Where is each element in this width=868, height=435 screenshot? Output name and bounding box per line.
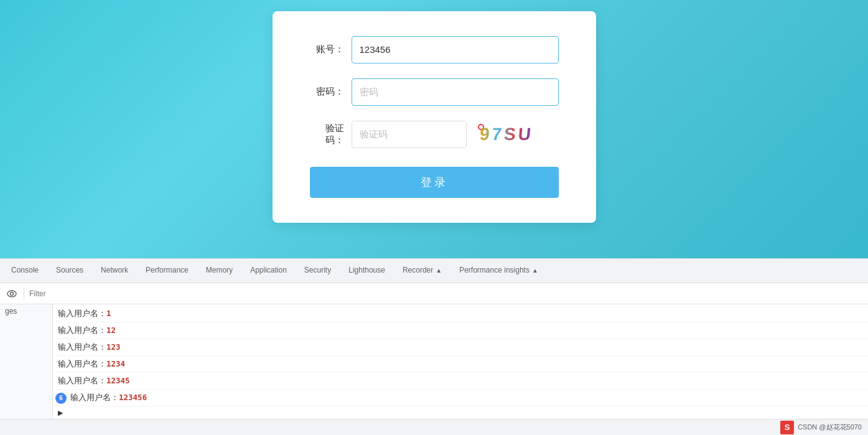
tab-sources[interactable]: Sources bbox=[47, 259, 92, 283]
performance-insights-icon: ▲ bbox=[532, 267, 538, 274]
console-line-6: 6 输入用户名：123456 bbox=[53, 390, 868, 406]
console-line-5: 输入用户名：12345 bbox=[53, 373, 868, 390]
password-input[interactable] bbox=[352, 78, 559, 106]
tab-memory[interactable]: Memory bbox=[197, 259, 241, 283]
line-number-3: 123 bbox=[106, 342, 121, 352]
line-number-1: 1 bbox=[106, 309, 111, 318]
line-6-icon: 6 bbox=[55, 393, 67, 404]
line-text-2: 输入用户名：12 bbox=[58, 324, 116, 337]
console-line-2: 输入用户名：12 bbox=[53, 322, 868, 339]
password-row: 密码： bbox=[310, 78, 559, 106]
browser-viewport: 账号： 密码： 验证码： 97SU 登录 bbox=[0, 0, 868, 258]
svg-point-0 bbox=[7, 291, 16, 297]
tab-performance[interactable]: Performance bbox=[137, 259, 197, 283]
status-text: CSDN @赵花花5070 bbox=[798, 423, 862, 432]
console-messages: 输入用户名：1 输入用户名：12 输入用户名：123 输入用户名：1234 输入… bbox=[53, 304, 868, 419]
tab-application[interactable]: Application bbox=[241, 259, 296, 283]
captcha-row: 验证码： 97SU bbox=[310, 121, 559, 148]
tab-lighthouse[interactable]: Lighthouse bbox=[340, 259, 394, 283]
console-output: ges 输入用户名：1 输入用户名：12 输入用户名：123 输入用户名：123… bbox=[0, 304, 868, 419]
console-expand[interactable]: ▶ bbox=[53, 406, 868, 419]
captcha-image[interactable]: 97SU bbox=[473, 121, 541, 148]
devtools-tab-bar: Console Sources Network Performance Memo… bbox=[0, 258, 868, 283]
console-sidebar: ges bbox=[0, 304, 53, 419]
console-line-1: 输入用户名：1 bbox=[53, 306, 868, 322]
status-bar: S CSDN @赵花花5070 bbox=[0, 419, 868, 435]
line-number-5: 12345 bbox=[106, 376, 130, 385]
filter-input[interactable] bbox=[29, 289, 863, 298]
captcha-code: 97SU bbox=[479, 124, 534, 144]
tab-performance-insights[interactable]: Performance insights ▲ bbox=[450, 259, 547, 283]
tab-console[interactable]: Console bbox=[2, 259, 47, 283]
account-row: 账号： bbox=[310, 36, 559, 63]
s-logo: S bbox=[780, 421, 794, 434]
line-number-4: 1234 bbox=[106, 359, 125, 368]
expand-arrow-icon: ▶ bbox=[58, 409, 63, 416]
console-line-3: 输入用户名：123 bbox=[53, 339, 868, 356]
account-label: 账号： bbox=[310, 44, 344, 55]
recorder-icon: ▲ bbox=[436, 267, 442, 274]
captcha-input[interactable] bbox=[352, 121, 467, 148]
account-input[interactable] bbox=[352, 36, 559, 63]
sidebar-item-ges[interactable]: ges bbox=[0, 304, 52, 318]
line-text-1: 输入用户名：1 bbox=[58, 307, 111, 320]
password-label: 密码： bbox=[310, 86, 344, 98]
line-text-6: 输入用户名：123456 bbox=[70, 391, 147, 404]
console-line-4: 输入用户名：1234 bbox=[53, 356, 868, 373]
console-filter-bar bbox=[0, 283, 868, 304]
status-icons: S CSDN @赵花花5070 bbox=[780, 421, 862, 434]
line-number-2: 12 bbox=[106, 325, 116, 335]
svg-point-1 bbox=[11, 292, 14, 295]
login-card: 账号： 密码： 验证码： 97SU 登录 bbox=[273, 11, 596, 223]
line-text-4: 输入用户名：1234 bbox=[58, 358, 125, 370]
line-text-3: 输入用户名：123 bbox=[58, 341, 121, 353]
tab-security[interactable]: Security bbox=[296, 259, 340, 283]
line-text-5: 输入用户名：12345 bbox=[58, 375, 130, 387]
tab-recorder[interactable]: Recorder ▲ bbox=[394, 259, 450, 283]
login-button[interactable]: 登录 bbox=[310, 167, 559, 198]
captcha-label: 验证码： bbox=[310, 123, 344, 146]
eye-icon bbox=[7, 289, 17, 299]
filter-divider bbox=[24, 288, 24, 300]
eye-button[interactable] bbox=[5, 287, 19, 301]
line-number-6: 123456 bbox=[119, 393, 147, 402]
tab-network[interactable]: Network bbox=[92, 259, 137, 283]
